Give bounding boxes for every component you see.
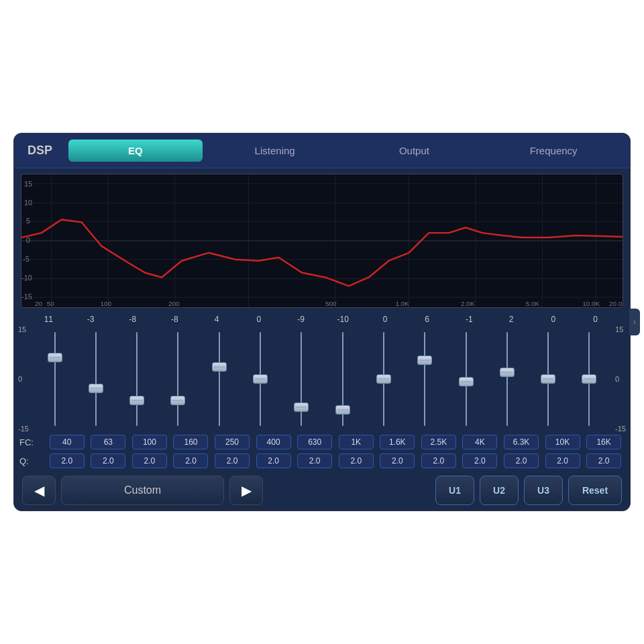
q-cell-1[interactable]: 2.0 — [91, 453, 125, 468]
scale-bot-left: -15 — [18, 425, 29, 433]
fader-col-1 — [76, 325, 115, 433]
fader-col-3 — [158, 325, 197, 433]
fader-value-3: -8 — [155, 315, 194, 324]
fc-values: 40631001602504006301K1.6K2.5K4K6.3K10K16… — [46, 435, 625, 449]
q-cell-6[interactable]: 2.0 — [297, 453, 332, 468]
fader-thumb-3[interactable] — [170, 396, 185, 405]
svg-text:10.0K: 10.0K — [582, 300, 600, 307]
fader-col-13 — [570, 325, 608, 433]
tab-frequency[interactable]: Frequency — [486, 140, 621, 162]
fader-thumb-0[interactable] — [48, 353, 62, 362]
next-button[interactable]: ▶ — [229, 476, 263, 505]
fader-value-6: -9 — [282, 315, 321, 324]
fader-thumb-5[interactable] — [253, 374, 268, 384]
q-values: 2.02.02.02.02.02.02.02.02.02.02.02.02.02… — [46, 453, 625, 468]
q-cell-13[interactable]: 2.0 — [586, 453, 621, 468]
q-cell-2[interactable]: 2.0 — [132, 453, 167, 468]
scale-mid-right: 0 — [615, 375, 626, 383]
u1-button[interactable]: U1 — [435, 476, 474, 505]
q-cell-10[interactable]: 2.0 — [462, 453, 497, 468]
q-cell-5[interactable]: 2.0 — [256, 453, 291, 468]
fc-cell-13[interactable]: 16K — [586, 435, 621, 449]
fader-value-11: 2 — [492, 315, 531, 324]
fader-thumb-7[interactable] — [335, 405, 350, 415]
svg-text:-5: -5 — [23, 255, 30, 263]
tab-eq[interactable]: EQ — [68, 140, 203, 162]
q-cell-0[interactable]: 2.0 — [50, 453, 85, 468]
fader-thumb-2[interactable] — [129, 396, 144, 405]
svg-text:10: 10 — [24, 199, 32, 207]
svg-text:50: 50 — [47, 300, 55, 307]
fader-value-13: 0 — [576, 315, 614, 324]
fader-track-9 — [424, 332, 425, 426]
svg-text:100: 100 — [100, 300, 111, 307]
fader-track-4 — [219, 332, 220, 426]
fc-cell-12[interactable]: 10K — [545, 435, 580, 449]
u3-button[interactable]: U3 — [524, 476, 563, 505]
reset-button[interactable]: Reset — [568, 476, 622, 505]
fader-thumb-13[interactable] — [582, 374, 596, 384]
fader-value-4: 4 — [197, 315, 236, 324]
scale-mid-left: 0 — [18, 375, 29, 383]
fader-thumb-9[interactable] — [417, 356, 432, 365]
fader-col-7 — [323, 325, 362, 433]
fc-cell-11[interactable]: 6.3K — [504, 435, 539, 449]
fc-cell-7[interactable]: 1K — [339, 435, 374, 449]
fader-thumb-11[interactable] — [500, 368, 515, 377]
fader-thumb-10[interactable] — [459, 377, 474, 386]
fader-col-8 — [364, 325, 403, 433]
svg-text:15: 15 — [24, 180, 32, 188]
scale-bot-right: -15 — [615, 425, 626, 433]
fader-thumb-12[interactable] — [541, 374, 555, 384]
fader-values-row: 11 -3 -8 -8 4 0 -9 -10 0 6 -1 2 0 0 — [14, 313, 630, 325]
fader-track-0 — [54, 332, 56, 426]
svg-text:1.0K: 1.0K — [396, 300, 410, 307]
fader-thumb-4[interactable] — [212, 362, 227, 372]
fc-cell-9[interactable]: 2.5K — [421, 435, 456, 449]
fader-value-7: -10 — [323, 315, 362, 324]
fader-thumb-6[interactable] — [294, 402, 309, 412]
fc-cell-5[interactable]: 400 — [256, 435, 291, 449]
fader-thumb-8[interactable] — [376, 374, 391, 384]
fader-track-11 — [506, 332, 508, 426]
fc-cell-3[interactable]: 160 — [173, 435, 208, 449]
fader-col-5 — [241, 325, 280, 433]
q-cell-7[interactable]: 2.0 — [339, 453, 374, 468]
q-cell-8[interactable]: 2.0 — [380, 453, 415, 468]
fc-cell-1[interactable]: 63 — [91, 435, 125, 449]
q-cell-3[interactable]: 2.0 — [173, 453, 208, 468]
q-cell-11[interactable]: 2.0 — [504, 453, 539, 468]
fc-row: FC: 40631001602504006301K1.6K2.5K4K6.3K1… — [14, 433, 630, 451]
fader-value-5: 0 — [239, 315, 278, 324]
svg-text:-10: -10 — [21, 274, 32, 282]
prev-button[interactable]: ◀ — [22, 476, 56, 505]
u2-button[interactable]: U2 — [480, 476, 519, 505]
fc-cell-4[interactable]: 250 — [215, 435, 250, 449]
fc-cell-0[interactable]: 40 — [50, 435, 85, 449]
q-cell-9[interactable]: 2.0 — [421, 453, 456, 468]
fc-cell-2[interactable]: 100 — [132, 435, 167, 449]
fader-col-11 — [488, 325, 527, 433]
fader-col-4 — [200, 325, 239, 433]
fader-value-8: 0 — [366, 315, 405, 324]
tab-output[interactable]: Output — [347, 140, 482, 162]
bottom-controls: ◀ Custom ▶ U1 U2 U3 Reset — [14, 470, 630, 511]
q-cell-12[interactable]: 2.0 — [545, 453, 580, 468]
fader-col-2 — [117, 325, 156, 433]
app-container: DSP EQ Listening Output Frequency — [13, 133, 631, 511]
svg-text:0: 0 — [26, 236, 30, 244]
fader-value-10: -1 — [449, 315, 488, 324]
fader-thumb-1[interactable] — [89, 384, 103, 393]
fader-col-9 — [405, 325, 444, 433]
q-label: Q: — [19, 456, 46, 466]
fc-cell-10[interactable]: 4K — [462, 435, 497, 449]
fader-value-12: 0 — [534, 315, 573, 324]
dsp-label: DSP — [21, 144, 59, 158]
tab-listening[interactable]: Listening — [208, 140, 342, 162]
svg-text:5.0K: 5.0K — [526, 300, 540, 307]
fc-cell-8[interactable]: 1.6K — [380, 435, 415, 449]
fc-cell-6[interactable]: 630 — [297, 435, 332, 449]
q-cell-4[interactable]: 2.0 — [215, 453, 250, 468]
chevron-right-icon[interactable]: › — [629, 309, 640, 335]
fader-track-2 — [136, 332, 138, 426]
